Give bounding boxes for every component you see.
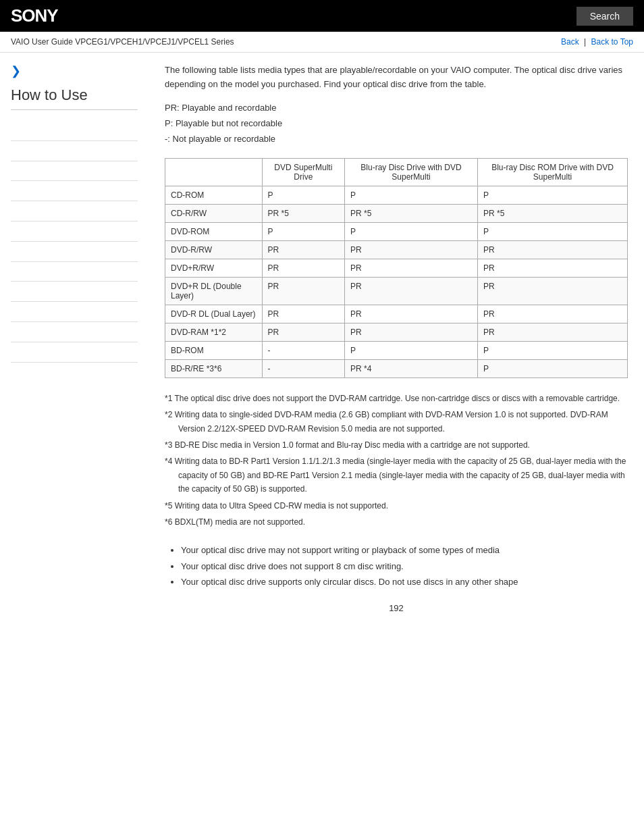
cell-dvd: PR <box>262 277 345 305</box>
bullet-list: Your optical disc drive may not support … <box>181 542 628 590</box>
cell-bluray-rom: P <box>477 341 627 359</box>
back-to-top-link[interactable]: Back to Top <box>591 37 633 47</box>
footnotes: *1 The optical disc drive does not suppo… <box>165 392 628 529</box>
table-row: BD-ROM - P P <box>165 341 628 359</box>
chevron-icon: ❯ <box>11 63 138 78</box>
cell-dvd: PR <box>262 323 345 341</box>
cell-dvd: PR *5 <box>262 204 345 222</box>
cell-bluray-rom: PR <box>477 305 627 323</box>
footnote-1: *1 The optical disc drive does not suppo… <box>165 392 628 405</box>
footnote-6: *6 BDXL(TM) media are not supported. <box>165 515 628 529</box>
cell-bluray: PR <box>345 277 478 305</box>
table-row: DVD-R/RW PR PR PR <box>165 240 628 259</box>
bullet-item-3: Your optical disc drive supports only ci… <box>181 574 628 590</box>
cell-dvd: PR <box>262 259 345 277</box>
sidebar-link-12[interactable] <box>11 342 138 363</box>
cell-bluray: P <box>345 222 478 240</box>
sidebar-link-2[interactable] <box>11 141 138 161</box>
sidebar-link-3[interactable] <box>11 161 138 182</box>
table-row: DVD+R DL (Double Layer) PR PR PR <box>165 277 628 305</box>
cell-bluray: P <box>345 186 478 204</box>
cell-bluray-rom: PR <box>477 277 627 305</box>
cell-bluray-rom: P <box>477 186 627 204</box>
cell-media: CD-R/RW <box>165 204 263 222</box>
cell-bluray-rom: PR *5 <box>477 204 627 222</box>
table-header-bluray-rom: Blu-ray Disc ROM Drive with DVD SuperMul… <box>477 158 627 186</box>
cell-media: DVD+R/RW <box>165 259 263 277</box>
footnote-2: *2 Writing data to single-sided DVD-RAM … <box>165 408 628 436</box>
sidebar-link-8[interactable] <box>11 262 138 282</box>
breadcrumb-text: VAIO User Guide VPCEG1/VPCEH1/VPCEJ1/VPC… <box>11 37 234 47</box>
cell-bluray: PR <box>345 240 478 259</box>
cell-media: CD-ROM <box>165 186 263 204</box>
cell-media: DVD-R/RW <box>165 240 263 259</box>
media-table: DVD SuperMulti Drive Blu-ray Disc Drive … <box>165 158 628 378</box>
footnote-4: *4 Writing data to BD-R Part1 Version 1.… <box>165 454 628 496</box>
table-row: DVD-RAM *1*2 PR PR PR <box>165 323 628 341</box>
breadcrumb-separator: | <box>584 37 588 47</box>
cell-bluray: PR *5 <box>345 204 478 222</box>
cell-bluray-rom: PR <box>477 323 627 341</box>
cell-bluray-rom: PR <box>477 259 627 277</box>
sidebar-link-10[interactable] <box>11 302 138 322</box>
sidebar-link-6[interactable] <box>11 221 138 242</box>
cell-bluray-rom: P <box>477 222 627 240</box>
cell-dvd: - <box>262 341 345 359</box>
cell-bluray: P <box>345 341 478 359</box>
table-header-dvd: DVD SuperMulti Drive <box>262 158 345 186</box>
search-button[interactable]: Search <box>576 7 633 26</box>
footnote-3: *3 BD-RE Disc media in Version 1.0 forma… <box>165 438 628 452</box>
cell-media: DVD+R DL (Double Layer) <box>165 277 263 305</box>
sidebar-link-1[interactable] <box>11 121 138 141</box>
table-row: CD-R/RW PR *5 PR *5 PR *5 <box>165 204 628 222</box>
sidebar-link-5[interactable] <box>11 201 138 221</box>
cell-bluray-rom: P <box>477 359 627 377</box>
legend-pr: PR: Playable and recordable <box>165 100 628 115</box>
intro-text: The following table lists media types th… <box>165 63 628 92</box>
sidebar-title: How to Use <box>11 86 138 110</box>
table-row: CD-ROM P P P <box>165 186 628 204</box>
cell-dvd: P <box>262 186 345 204</box>
sidebar: ❯ How to Use <box>0 53 149 624</box>
bullet-item-1: Your optical disc drive may not support … <box>181 542 628 558</box>
bullet-item-2: Your optical disc drive does not support… <box>181 558 628 574</box>
cell-dvd: P <box>262 222 345 240</box>
cell-dvd: - <box>262 359 345 377</box>
table-header-media <box>165 158 263 186</box>
cell-bluray: PR *4 <box>345 359 478 377</box>
table-row: DVD+R/RW PR PR PR <box>165 259 628 277</box>
sidebar-link-11[interactable] <box>11 322 138 342</box>
table-header-bluray: Blu-ray Disc Drive with DVD SuperMulti <box>345 158 478 186</box>
table-row: DVD-R DL (Dual Layer) PR PR PR <box>165 305 628 323</box>
legend-dash: -: Not playable or recordable <box>165 131 628 147</box>
breadcrumb-links: Back | Back to Top <box>561 37 633 47</box>
back-link[interactable]: Back <box>561 37 579 47</box>
cell-bluray-rom: PR <box>477 240 627 259</box>
sony-logo: SONY <box>11 5 58 26</box>
page-number: 192 <box>165 603 628 613</box>
table-row: DVD-ROM P P P <box>165 222 628 240</box>
cell-media: DVD-ROM <box>165 222 263 240</box>
breadcrumb-bar: VAIO User Guide VPCEG1/VPCEH1/VPCEJ1/VPC… <box>0 32 644 53</box>
footnote-5: *5 Writing data to Ultra Speed CD-RW med… <box>165 499 628 513</box>
cell-bluray: PR <box>345 259 478 277</box>
sidebar-link-9[interactable] <box>11 282 138 302</box>
cell-dvd: PR <box>262 305 345 323</box>
header: SONY Search <box>0 0 644 32</box>
cell-media: DVD-R DL (Dual Layer) <box>165 305 263 323</box>
cell-bluray: PR <box>345 323 478 341</box>
content-area: The following table lists media types th… <box>149 53 644 624</box>
cell-media: BD-R/RE *3*6 <box>165 359 263 377</box>
cell-media: BD-ROM <box>165 341 263 359</box>
legend: PR: Playable and recordable P: Playable … <box>165 100 628 147</box>
cell-bluray: PR <box>345 305 478 323</box>
cell-dvd: PR <box>262 240 345 259</box>
table-row: BD-R/RE *3*6 - PR *4 P <box>165 359 628 377</box>
legend-p: P: Playable but not recordable <box>165 115 628 131</box>
main-layout: ❯ How to Use The following table lists m… <box>0 53 644 624</box>
cell-media: DVD-RAM *1*2 <box>165 323 263 341</box>
sidebar-link-7[interactable] <box>11 242 138 262</box>
sidebar-link-4[interactable] <box>11 181 138 201</box>
